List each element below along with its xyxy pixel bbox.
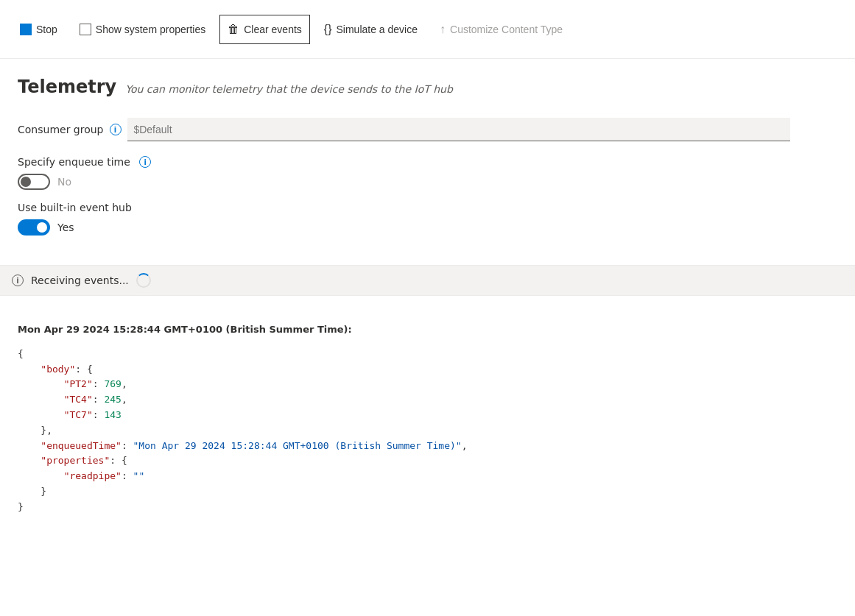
show-system-properties-button[interactable]: Show system properties: [71, 15, 214, 44]
enqueue-time-toggle[interactable]: [18, 174, 50, 190]
page-subtitle: You can monitor telemetry that the devic…: [125, 83, 453, 95]
page-header: Telemetry You can monitor telemetry that…: [18, 77, 837, 97]
simulate-device-label: Simulate a device: [337, 24, 418, 35]
stop-label: Stop: [36, 24, 57, 35]
event-hub-toggle-label: Yes: [57, 222, 74, 233]
trash-icon: 🗑: [228, 23, 239, 36]
simulate-device-button[interactable]: {} Simulate a device: [316, 15, 426, 44]
use-built-in-event-hub-label: Use built-in event hub: [18, 202, 132, 213]
checkbox-icon: [80, 24, 91, 35]
stop-button[interactable]: Stop: [12, 15, 66, 44]
customize-content-type-label: Customize Content Type: [450, 24, 563, 35]
enqueue-time-toggle-thumb: [21, 177, 31, 187]
telemetry-json: { "body": { "PT2": 769, "TC4": 245, "TC7…: [18, 347, 837, 515]
consumer-group-info-icon[interactable]: i: [110, 124, 122, 135]
consumer-group-input[interactable]: [127, 118, 790, 141]
clear-events-button[interactable]: 🗑 Clear events: [219, 15, 310, 44]
built-in-event-hub-label-row: Use built-in event hub: [18, 202, 837, 213]
consumer-group-label: Consumer group: [18, 124, 104, 135]
upload-icon: ↑: [440, 23, 446, 36]
specify-enqueue-time-row: Specify enqueue time i: [18, 156, 837, 168]
main-content: Telemetry You can monitor telemetry that…: [0, 59, 855, 265]
specify-enqueue-time-label: Specify enqueue time: [18, 156, 130, 168]
clear-events-label: Clear events: [244, 24, 302, 35]
status-text: Receiving events...: [31, 275, 129, 286]
loading-spinner: [136, 273, 151, 288]
status-bar: i Receiving events...: [0, 265, 855, 296]
stop-icon: [20, 24, 32, 35]
event-hub-toggle-track: [18, 219, 50, 236]
telemetry-output: Mon Apr 29 2024 15:28:44 GMT+0100 (Briti…: [0, 311, 855, 527]
customize-content-type-button[interactable]: ↑ Customize Content Type: [432, 15, 571, 44]
status-info-icon: i: [12, 275, 24, 286]
event-hub-toggle-row: Yes: [18, 219, 837, 236]
show-system-properties-label: Show system properties: [96, 24, 205, 35]
enqueue-time-toggle-row: No: [18, 174, 837, 190]
enqueue-time-toggle-track: [18, 174, 50, 190]
toolbar: Stop Show system properties 🗑 Clear even…: [0, 0, 855, 59]
consumer-group-row: Consumer group i: [18, 118, 837, 141]
curly-braces-icon: {}: [324, 23, 332, 36]
event-hub-toggle-thumb: [37, 222, 47, 233]
event-hub-toggle[interactable]: [18, 219, 50, 236]
telemetry-timestamp: Mon Apr 29 2024 15:28:44 GMT+0100 (Briti…: [18, 322, 837, 338]
enqueue-time-toggle-label: No: [57, 176, 71, 188]
page-title: Telemetry: [18, 77, 116, 97]
specify-enqueue-time-info-icon[interactable]: i: [139, 156, 151, 168]
